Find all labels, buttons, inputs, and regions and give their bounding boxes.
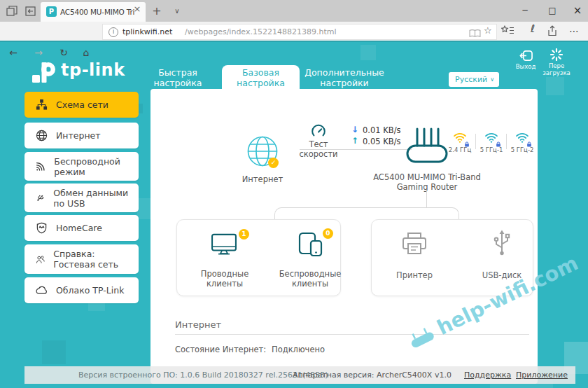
internet-section-title: Интернет <box>175 319 221 330</box>
wireless-clients-icon <box>298 232 324 257</box>
band-label: 5 ГГц-1 <box>476 146 507 153</box>
close-button[interactable]: × <box>568 0 587 22</box>
tab-close-icon[interactable]: × <box>130 0 144 20</box>
sidebar-item-label: Беспроводной режим <box>54 156 139 177</box>
printer-label: Принтер <box>389 270 440 280</box>
language-select[interactable]: Русский ∨ <box>449 72 499 87</box>
reboot-button[interactable]: Пере загрузка <box>540 48 573 76</box>
speed-test-gauge-icon <box>311 124 326 139</box>
url-field[interactable]: i tplinkwifi.net /webpages/index.1522148… <box>102 24 497 40</box>
sidebar-item-tplink-cloud[interactable]: Облако TP-Link <box>24 277 139 303</box>
language-value: Русский <box>455 72 487 87</box>
band-5ghz-2[interactable]: 5 ГГц-2 <box>507 132 538 153</box>
globe-icon <box>36 130 48 141</box>
printer-icon <box>401 232 428 256</box>
upload-arrow-icon: ↑ <box>351 136 358 146</box>
logout-icon <box>519 50 533 62</box>
tab-quick-setup[interactable]: Быстрая настройка <box>143 67 213 88</box>
app-link[interactable]: Приложение <box>516 366 568 384</box>
logout-button[interactable]: Выход <box>514 50 538 71</box>
tab-basic-setup[interactable]: Базовая настройка <box>222 65 300 89</box>
browser-tab-bar: P AC5400 MU-MIMO Tri-I × + ∨ ─ □ × <box>0 0 588 22</box>
internet-node-label: Интернет <box>231 174 294 184</box>
download-speed: 0.01 KB/s <box>363 125 401 135</box>
sidebar-item-usb-sharing[interactable]: Обмен данными по USB <box>24 183 139 212</box>
usb-icon <box>36 192 45 204</box>
minimize-button[interactable]: ─ <box>516 0 534 22</box>
background-square <box>360 45 376 60</box>
tab-list-chevron-icon[interactable]: ∨ <box>171 0 183 22</box>
tplink-logo: tp-link <box>32 57 125 83</box>
restore-tabs-icon[interactable] <box>25 6 36 20</box>
share-icon[interactable] <box>547 25 558 39</box>
chevron-down-icon: ∨ <box>490 72 494 87</box>
band-24ghz[interactable]: 2.4 ГГц <box>444 132 475 153</box>
cloud-icon <box>36 284 48 296</box>
web-notes-pen-icon[interactable]: ℓ <box>525 22 540 35</box>
sidebar-item-internet[interactable]: Интернет <box>24 123 139 148</box>
page-top-edge <box>0 41 588 42</box>
printer-item[interactable] <box>401 232 428 258</box>
usb-disk-item[interactable] <box>493 229 511 260</box>
lock-icon <box>496 141 501 147</box>
sidebar-item-label: Схема сети <box>56 99 108 110</box>
lock-icon <box>464 141 470 147</box>
wired-clients-item[interactable] <box>211 233 237 258</box>
internet-ok-badge: ✓ <box>268 158 279 168</box>
wireless-clients-label: Беспроводные клиенты <box>275 269 345 289</box>
wired-clients-count-badge: 1 <box>239 229 249 240</box>
sitemap-icon <box>36 99 48 111</box>
favorite-star-icon[interactable]: ☆ <box>484 25 492 36</box>
wireless-clients-count-badge: 0 <box>323 228 333 239</box>
internet-router-link-line <box>300 149 412 150</box>
lock-icon <box>526 141 532 147</box>
sidebar-item-label: HomeCare <box>56 223 102 233</box>
band-5ghz-1[interactable]: 5 ГГц-1 <box>476 132 507 153</box>
internet-status-value: Подключено <box>272 345 325 354</box>
wired-clients-label: Проводные клиенты <box>192 269 258 289</box>
usb-disk-icon <box>493 229 511 257</box>
firmware-version: Версия встроенного ПО: 1.0.6 Build 20180… <box>78 366 328 384</box>
reboot-icon <box>550 48 563 61</box>
reboot-label: Пере загрузка <box>540 63 573 77</box>
wireless-clients-item[interactable] <box>298 232 324 260</box>
new-tab-button[interactable]: + <box>150 0 164 22</box>
tab-advanced-setup[interactable]: Дополнительные настройки <box>298 67 391 88</box>
maximize-button[interactable]: □ <box>543 0 561 22</box>
sidebar-item-guest-network[interactable]: Справка: Гостевая сеть <box>24 244 139 274</box>
guests-icon <box>36 254 45 265</box>
hardware-version: Аппаратная версия: ArcherC5400X v1.0 <box>293 366 451 384</box>
band-label: 2.4 ГГц <box>444 146 475 153</box>
hub-favorites-icon[interactable] <box>501 25 514 39</box>
browser-window: P AC5400 MU-MIMO Tri-I × + ∨ ─ □ × ← → ↻… <box>0 0 588 388</box>
sidebar-item-label: Обмен данными по USB <box>53 188 139 209</box>
wifi-icon <box>36 160 46 172</box>
sidebar-item-network-map[interactable]: Схема сети <box>24 92 139 118</box>
sidebar-item-label: Облако TP-Link <box>56 285 124 296</box>
router-down-line <box>426 190 427 207</box>
url-host: tplinkwifi.net <box>122 27 172 36</box>
shield-icon <box>36 222 48 234</box>
sidebar-item-label: Справка: Гостевая сеть <box>53 249 139 270</box>
download-arrow-icon: ↓ <box>351 125 358 134</box>
router-icon <box>405 126 449 164</box>
url-path: /webpages/index.1522148821389.html <box>185 27 337 36</box>
support-link[interactable]: Поддержка <box>464 366 511 384</box>
logo-text: tp-link <box>61 60 125 80</box>
set-aside-tabs-icon[interactable] <box>6 6 18 20</box>
background-square <box>546 77 564 95</box>
upload-speed: 0.05 KB/s <box>363 137 401 146</box>
usb-disk-label: USB-диск <box>474 270 530 280</box>
site-info-icon[interactable]: i <box>108 27 118 37</box>
settings-ellipsis-icon[interactable]: ⋯ <box>566 22 582 41</box>
tplink-favicon: P <box>46 6 57 17</box>
logout-label: Выход <box>514 64 538 71</box>
tplink-logo-mark <box>32 57 56 83</box>
sidebar-item-wireless[interactable]: Беспроводной режим <box>24 152 139 181</box>
browser-tab[interactable]: P AC5400 MU-MIMO Tri-I × <box>41 2 146 22</box>
reading-view-icon[interactable] <box>469 27 481 41</box>
sidebar-item-label: Интернет <box>56 130 101 141</box>
page-footer: Версия встроенного ПО: 1.0.6 Build 20180… <box>24 366 575 384</box>
background-square <box>42 340 66 364</box>
sidebar-item-homecare[interactable]: HomeCare <box>24 215 139 241</box>
